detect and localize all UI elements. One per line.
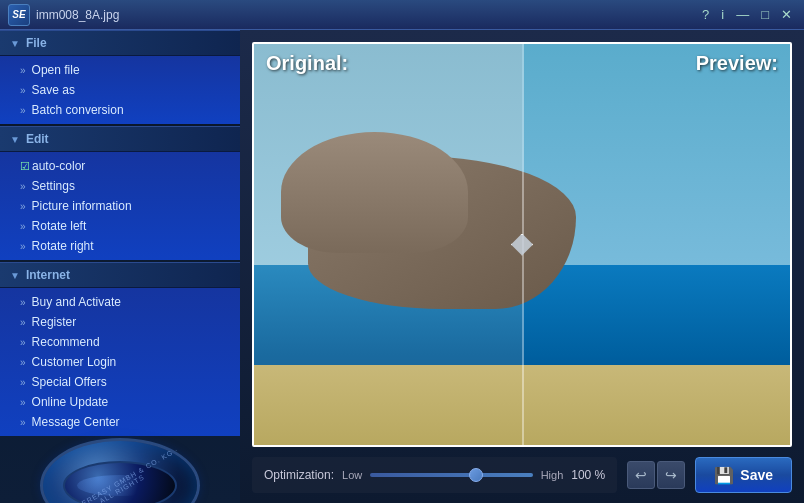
special-offers-label: Special Offers bbox=[32, 375, 107, 389]
buy-activate-label: Buy and Activate bbox=[32, 295, 121, 309]
customer-login-label: Customer Login bbox=[32, 355, 117, 369]
internet-menu-items: » Buy and Activate » Register » Recommen… bbox=[0, 288, 240, 436]
save-as-item[interactable]: » Save as bbox=[0, 80, 240, 100]
help-button[interactable]: ? bbox=[698, 7, 713, 22]
internet-menu-label: Internet bbox=[26, 268, 70, 282]
batch-conversion-label: Batch conversion bbox=[32, 103, 124, 117]
settings-item[interactable]: » Settings bbox=[0, 176, 240, 196]
picture-information-label: Picture information bbox=[32, 199, 132, 213]
auto-color-label: auto-color bbox=[32, 159, 85, 173]
open-file-label: Open file bbox=[32, 63, 80, 77]
message-center-label: Message Center bbox=[32, 415, 120, 429]
main-layout: ▼ File » Open file » Save as » Batch con… bbox=[0, 30, 804, 503]
online-update-item[interactable]: » Online Update bbox=[0, 392, 240, 412]
bullet-icon: » bbox=[20, 297, 26, 308]
undo-redo-group: ↩ ↪ bbox=[627, 461, 685, 489]
title-bar: SE imm008_8A.jpg ? i — □ ✕ bbox=[0, 0, 804, 30]
bullet-icon: » bbox=[20, 105, 26, 116]
optimization-slider-thumb[interactable] bbox=[469, 468, 483, 482]
bullet-icon: » bbox=[20, 357, 26, 368]
app-logo: SE bbox=[8, 4, 30, 26]
rotate-right-item[interactable]: » Rotate right bbox=[0, 236, 240, 256]
picture-information-item[interactable]: » Picture information bbox=[0, 196, 240, 216]
file-menu-header[interactable]: ▼ File bbox=[0, 30, 240, 56]
batch-conversion-item[interactable]: » Batch conversion bbox=[0, 100, 240, 120]
beach-scene: Original: Preview: bbox=[254, 44, 790, 445]
register-item[interactable]: » Register bbox=[0, 312, 240, 332]
auto-color-item[interactable]: ☑ auto-color bbox=[0, 156, 240, 176]
bullet-icon: » bbox=[20, 377, 26, 388]
rotate-left-item[interactable]: » Rotate left bbox=[0, 216, 240, 236]
customer-login-item[interactable]: » Customer Login bbox=[0, 352, 240, 372]
image-compare: Original: Preview: bbox=[252, 42, 792, 447]
rotate-right-label: Rotate right bbox=[32, 239, 94, 253]
special-offers-item[interactable]: » Special Offers bbox=[0, 372, 240, 392]
buy-activate-item[interactable]: » Buy and Activate bbox=[0, 292, 240, 312]
edit-section: ▼ Edit ☑ auto-color » Settings » Picture… bbox=[0, 126, 240, 260]
minimize-button[interactable]: — bbox=[732, 7, 753, 22]
optimization-bar: Optimization: Low High 100 % bbox=[252, 457, 617, 493]
title-bar-left: SE imm008_8A.jpg bbox=[8, 4, 119, 26]
save-as-label: Save as bbox=[32, 83, 75, 97]
bullet-icon: » bbox=[20, 317, 26, 328]
save-icon: 💾 bbox=[714, 466, 734, 485]
save-button[interactable]: 💾 Save bbox=[695, 457, 792, 493]
content-area: Original: Preview: Optimization: Low Hig… bbox=[240, 30, 804, 503]
message-center-item[interactable]: » Message Center bbox=[0, 412, 240, 432]
bullet-icon: » bbox=[20, 397, 26, 408]
bullet-icon: » bbox=[20, 85, 26, 96]
bullet-icon: » bbox=[20, 221, 26, 232]
bullet-icon: » bbox=[20, 181, 26, 192]
bullet-icon: » bbox=[20, 201, 26, 212]
rotate-left-label: Rotate left bbox=[32, 219, 87, 233]
file-menu-label: File bbox=[26, 36, 47, 50]
maximize-button[interactable]: □ bbox=[757, 7, 773, 22]
optimization-percent: 100 % bbox=[571, 468, 605, 482]
recommend-item[interactable]: » Recommend bbox=[0, 332, 240, 352]
optimization-slider-track[interactable] bbox=[370, 473, 532, 477]
optimization-label: Optimization: bbox=[264, 468, 334, 482]
save-label: Save bbox=[740, 467, 773, 483]
checkmark-icon: ☑ bbox=[20, 160, 30, 173]
file-menu-items: » Open file » Save as » Batch conversion bbox=[0, 56, 240, 124]
file-section: ▼ File » Open file » Save as » Batch con… bbox=[0, 30, 240, 124]
internet-menu-header[interactable]: ▼ Internet bbox=[0, 262, 240, 288]
bullet-icon: » bbox=[20, 337, 26, 348]
settings-label: Settings bbox=[32, 179, 75, 193]
edit-arrow-icon: ▼ bbox=[10, 134, 20, 145]
undo-button[interactable]: ↩ bbox=[627, 461, 655, 489]
edit-menu-header[interactable]: ▼ Edit bbox=[0, 126, 240, 152]
bullet-icon: » bbox=[20, 65, 26, 76]
bottom-controls: Optimization: Low High 100 % ↩ ↪ 💾 Save bbox=[252, 457, 792, 493]
open-file-item[interactable]: » Open file bbox=[0, 60, 240, 80]
title-bar-controls: ? i — □ ✕ bbox=[698, 7, 796, 22]
bullet-icon: » bbox=[20, 417, 26, 428]
internet-arrow-icon: ▼ bbox=[10, 270, 20, 281]
bullet-icon: » bbox=[20, 241, 26, 252]
lens-decoration: © SUPEREASY GMBH & CO. KG · ALL RIGHTS bbox=[40, 438, 200, 503]
close-button[interactable]: ✕ bbox=[777, 7, 796, 22]
preview-label: Preview: bbox=[696, 52, 778, 75]
register-label: Register bbox=[32, 315, 77, 329]
sidebar: ▼ File » Open file » Save as » Batch con… bbox=[0, 30, 240, 503]
online-update-label: Online Update bbox=[32, 395, 109, 409]
internet-section: ▼ Internet » Buy and Activate » Register… bbox=[0, 262, 240, 436]
low-label: Low bbox=[342, 469, 362, 481]
rock-formation-2 bbox=[281, 132, 469, 252]
original-label: Original: bbox=[266, 52, 348, 75]
edit-menu-label: Edit bbox=[26, 132, 49, 146]
window-title: imm008_8A.jpg bbox=[36, 8, 119, 22]
high-label: High bbox=[541, 469, 564, 481]
redo-button[interactable]: ↪ bbox=[657, 461, 685, 489]
edit-menu-items: ☑ auto-color » Settings » Picture inform… bbox=[0, 152, 240, 260]
file-arrow-icon: ▼ bbox=[10, 38, 20, 49]
info-button[interactable]: i bbox=[717, 7, 728, 22]
recommend-label: Recommend bbox=[32, 335, 100, 349]
